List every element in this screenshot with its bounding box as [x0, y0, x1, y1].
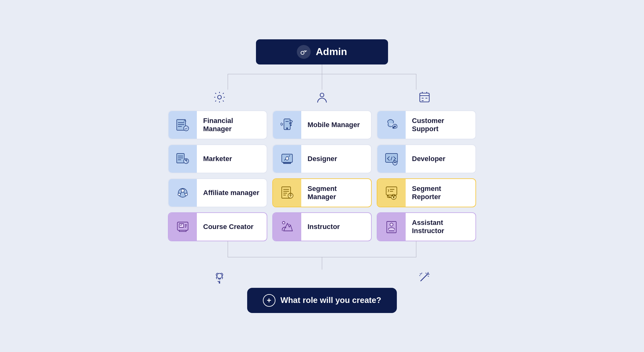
svg-point-0: [301, 51, 304, 54]
role-card-financial-manager[interactable]: Financial Manager: [168, 110, 267, 139]
bottom-section: + What role will you create?: [168, 241, 476, 313]
create-role-label: What role will you create?: [280, 295, 381, 305]
designer-icon: [273, 145, 301, 173]
svg-point-8: [291, 125, 291, 126]
role-label: Instructor: [301, 223, 371, 231]
svg-point-2: [320, 93, 324, 97]
role-label: Segment Reporter: [406, 185, 475, 201]
svg-point-9: [394, 126, 396, 127]
role-label: Financial Manager: [197, 117, 267, 133]
customer-support-icon: [377, 111, 406, 139]
admin-node[interactable]: Admin: [256, 39, 388, 64]
svg-point-5: [184, 126, 189, 131]
svg-rect-29: [179, 230, 186, 232]
svg-point-20: [185, 193, 187, 196]
mobile-manager-icon: [273, 111, 301, 139]
segment-manager-icon: [273, 179, 301, 207]
svg-point-34: [217, 273, 222, 278]
plus-icon: +: [263, 294, 275, 307]
svg-point-31: [282, 221, 285, 224]
svg-point-12: [184, 159, 189, 164]
role-card-developer[interactable]: Developer: [377, 144, 476, 173]
assistant-instructor-icon: [377, 213, 406, 241]
svg-rect-30: [179, 224, 184, 227]
role-label: Assistant Instructor: [406, 219, 475, 235]
role-card-designer[interactable]: Designer: [272, 144, 372, 173]
svg-point-35: [219, 282, 220, 283]
role-label: Developer: [406, 155, 475, 163]
column-icons-row: [212, 90, 432, 105]
svg-rect-3: [420, 93, 429, 102]
bottom-connectors: [212, 241, 432, 270]
admin-label: Admin: [316, 46, 347, 58]
svg-point-18: [181, 189, 184, 192]
role-label: Mobile Manager: [301, 121, 371, 129]
role-card-customer-support[interactable]: Customer Support: [377, 110, 476, 139]
role-card-instructor[interactable]: Instructor: [272, 212, 372, 241]
brain-gear-icon: [212, 270, 227, 285]
role-label: Course Creator: [197, 223, 267, 231]
instructor-icon: [273, 213, 301, 241]
wand-icon: [417, 270, 432, 285]
affiliate-manager-icon: [169, 179, 197, 207]
marketer-icon: [169, 145, 197, 173]
person-icon: [314, 90, 330, 105]
svg-point-1: [218, 95, 221, 99]
svg-point-10: [393, 127, 394, 128]
key-icon: [297, 45, 311, 59]
svg-point-26: [394, 195, 395, 196]
role-card-assistant-instructor[interactable]: Assistant Instructor: [377, 212, 476, 241]
svg-rect-23: [386, 187, 397, 195]
svg-point-7: [286, 128, 288, 129]
course-creator-icon: [169, 213, 197, 241]
role-card-segment-reporter[interactable]: Segment Reporter: [377, 178, 476, 207]
svg-point-16: [393, 161, 397, 165]
svg-point-25: [392, 195, 393, 196]
svg-point-33: [390, 223, 393, 226]
role-card-affiliate-manager[interactable]: Affiliate manager: [168, 178, 267, 207]
role-card-mobile-manager[interactable]: Mobile Manager: [272, 110, 372, 139]
role-label: Customer Support: [406, 117, 475, 133]
financial-manager-icon: [169, 111, 197, 139]
svg-point-19: [178, 193, 180, 196]
diagram: Admin: [165, 39, 479, 313]
roles-grid: Financial Manager Mobile Manager: [168, 110, 476, 241]
calendar-icon: [417, 90, 432, 105]
role-card-marketer[interactable]: Marketer: [168, 144, 267, 173]
svg-point-27: [393, 197, 394, 198]
gear-icon: [212, 90, 227, 105]
role-label: Designer: [301, 155, 371, 163]
create-role-node[interactable]: + What role will you create?: [247, 288, 397, 313]
bottom-icons-row: [212, 270, 432, 285]
role-label: Affiliate manager: [197, 189, 267, 197]
segment-reporter-icon: [377, 179, 406, 207]
role-label: Segment Manager: [301, 185, 371, 201]
role-card-course-creator[interactable]: Course Creator: [168, 212, 267, 241]
role-label: Marketer: [197, 155, 267, 163]
role-card-segment-manager[interactable]: Segment Manager: [272, 178, 372, 207]
svg-rect-11: [177, 154, 184, 163]
developer-icon: [377, 145, 406, 173]
admin-connector: [212, 64, 432, 90]
